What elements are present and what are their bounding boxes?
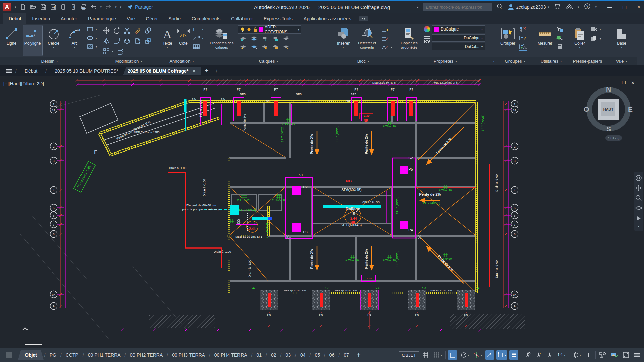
hatch-tool-icon[interactable] — [86, 43, 94, 50]
layout-tab-05[interactable]: 05 — [311, 350, 323, 360]
group-edit-icon[interactable] — [519, 34, 527, 42]
viewcube-west[interactable]: O — [584, 105, 589, 113]
texte-button[interactable]: A Texte ▾ — [160, 25, 174, 56]
proprietes-launcher-icon[interactable]: ⌟ — [493, 59, 494, 63]
ribbon-tab-applications-associ-es[interactable]: Applications associées — [298, 13, 357, 24]
file-tabs-menu-icon[interactable] — [5, 68, 12, 74]
select-similar-icon[interactable] — [556, 34, 564, 42]
panel-label-annotation[interactable]: Annotation▾ — [158, 57, 205, 65]
autocad-logo[interactable]: A — [3, 3, 11, 11]
scale-tool-icon[interactable] — [144, 37, 152, 45]
redo-icon[interactable] — [105, 4, 112, 10]
viewcube[interactable]: N S O E HAUT — [585, 86, 632, 133]
clean-screen-icon[interactable] — [622, 350, 630, 360]
graphics-performance-icon[interactable] — [610, 350, 619, 360]
layout-tab-00-ph2-terra[interactable]: 00 PH2 TERRA — [126, 350, 166, 360]
polar-tracking-icon[interactable]: ▾ — [459, 350, 470, 360]
arc-button[interactable]: Arc ▾ — [65, 25, 84, 56]
ribbon-tab-g-rer[interactable]: Gérer — [141, 13, 163, 24]
isodraft-icon[interactable]: ▾ — [472, 350, 483, 360]
lineweight-dropdown[interactable]: DuCalqu ▾ — [432, 34, 485, 42]
panel-label-dessin[interactable]: Dessin▾ — [0, 57, 99, 65]
cut-icon[interactable] — [590, 25, 598, 33]
copy-clip-caret-icon[interactable]: ▾ — [600, 37, 601, 40]
help-icon[interactable]: ? — [584, 3, 591, 11]
save-icon[interactable] — [40, 4, 47, 10]
layout-tab-00-ph3-terra[interactable]: 00 PH3 TERRA — [169, 350, 208, 360]
snap-toggle-icon[interactable]: ▾ — [432, 350, 443, 360]
lineweight-toggle-icon[interactable] — [509, 350, 518, 360]
ligne-button[interactable]: Ligne — [2, 25, 21, 56]
array-caret-icon[interactable]: ▾ — [112, 50, 113, 53]
copier-proprietes-button[interactable]: Copier les propriétés — [396, 25, 422, 56]
print-icon[interactable] — [80, 4, 87, 10]
osnap-toggle-icon[interactable]: ▾ — [496, 350, 507, 360]
new-drawing-tab-button[interactable]: + — [205, 67, 209, 75]
ellipse-tool-icon[interactable] — [86, 34, 94, 42]
ribbon-tab-insertion[interactable]: Insertion — [26, 13, 55, 24]
block-attr-caret-icon[interactable]: ▾ — [391, 46, 392, 49]
viewcube-south[interactable]: S — [606, 125, 611, 133]
close-button[interactable]: ✕ — [637, 4, 641, 10]
erase-tool-icon[interactable] — [134, 27, 141, 34]
rectangle-tool-icon[interactable] — [86, 25, 94, 33]
objet-mode-button[interactable]: OBJET — [399, 351, 419, 359]
copy-tool-icon[interactable] — [144, 27, 152, 34]
move-tool-icon[interactable] — [103, 27, 110, 34]
panel-label-groupes[interactable]: Groupes▾ — [496, 57, 534, 65]
block-create-icon[interactable] — [381, 25, 389, 33]
ribbon-collapse-button[interactable]: ▪ ▾ — [359, 16, 368, 21]
annotation-visibility-icon[interactable] — [523, 350, 532, 360]
new-file-icon[interactable] — [20, 4, 26, 10]
group-select-toggle-icon[interactable] — [519, 43, 527, 50]
ribbon-tab-express-tools[interactable]: Express Tools — [258, 13, 298, 24]
ribbon-tab-collaborer[interactable]: Collaborer — [226, 13, 258, 24]
new-layout-button[interactable]: + — [357, 351, 361, 359]
file-tab-home[interactable]: Début — [20, 67, 42, 75]
search-type-caret-icon[interactable]: ▸ — [417, 5, 419, 9]
block-attributes-icon[interactable] — [381, 44, 389, 51]
maximize-button[interactable]: ▢ — [622, 4, 627, 10]
annotation-scale-icon[interactable] — [545, 350, 554, 360]
layer-thaw-icon[interactable] — [261, 43, 268, 50]
linetype-dropdown[interactable]: DuCal... ▾ — [432, 43, 485, 50]
file-tab-poutres[interactable]: 2025 05 10 BLUM POUTRES* — [50, 67, 123, 75]
ribbon-tab-param-trique[interactable]: Paramétrique — [83, 13, 121, 24]
leader-icon[interactable] — [193, 34, 200, 42]
stretch-tool-icon[interactable] — [134, 37, 141, 45]
help-caret-icon[interactable]: ▾ — [595, 5, 597, 9]
layout-menu-icon[interactable] — [5, 352, 12, 358]
minimize-button[interactable]: — — [607, 4, 612, 10]
layout-tab-02[interactable]: 02 — [268, 350, 280, 360]
coller-button[interactable]: Coller ▾ — [571, 25, 588, 56]
app-menu-caret-icon[interactable]: ▾ — [15, 5, 16, 9]
viewcube-face-haut[interactable]: HAUT — [598, 99, 619, 120]
detecter-button[interactable]: Détecter et convertir — [355, 25, 379, 56]
save-as-icon[interactable] — [50, 4, 57, 10]
panel-label-utilitaires[interactable]: Utilitaires▾ — [534, 57, 569, 65]
layer-unlock-icon[interactable] — [272, 43, 279, 50]
ribbon-tab-sortie[interactable]: Sortie — [163, 13, 186, 24]
layer-match-icon[interactable] — [282, 35, 290, 42]
vue-launcher-icon[interactable]: ⌟ — [634, 59, 635, 63]
ortho-toggle-icon[interactable] — [448, 350, 457, 360]
file-tab-coffrage[interactable]: 2025 05 08 BLUM Coffrage* ✕ — [123, 67, 201, 75]
offset-tool-icon[interactable] — [116, 48, 124, 55]
cercle-button[interactable]: Cercle ▾ — [44, 25, 63, 56]
layer-make-current-icon[interactable] — [250, 43, 258, 50]
drawing-area[interactable]: [−][Haut][Filaire 2D] — ❐ ✕ — [0, 76, 644, 348]
viewport-controls-label[interactable]: [−][Haut][Filaire 2D] — [3, 81, 44, 86]
layer-previous-icon[interactable] — [282, 43, 290, 50]
layer-freeze2-icon[interactable] — [261, 35, 268, 42]
qat-customize-icon[interactable]: ▾̿ — [120, 5, 122, 9]
autodesk-caret-icon[interactable]: ▾ — [578, 5, 579, 9]
panel-label-modification[interactable]: Modification▾ — [99, 57, 158, 65]
hatch-caret-icon[interactable]: ▾ — [96, 45, 97, 48]
panel-label-presse-papiers[interactable]: Presse-papiers — [569, 57, 606, 65]
leader-caret-icon[interactable]: ▾ — [202, 37, 203, 40]
rotate-tool-icon[interactable] — [113, 27, 120, 34]
layer-unisolate-icon[interactable] — [250, 35, 258, 42]
explode-tool-icon[interactable] — [123, 37, 131, 45]
proprietes-calques-button[interactable]: Propriétés des calques — [207, 25, 236, 56]
ellipse-caret-icon[interactable]: ▾ — [96, 37, 97, 40]
